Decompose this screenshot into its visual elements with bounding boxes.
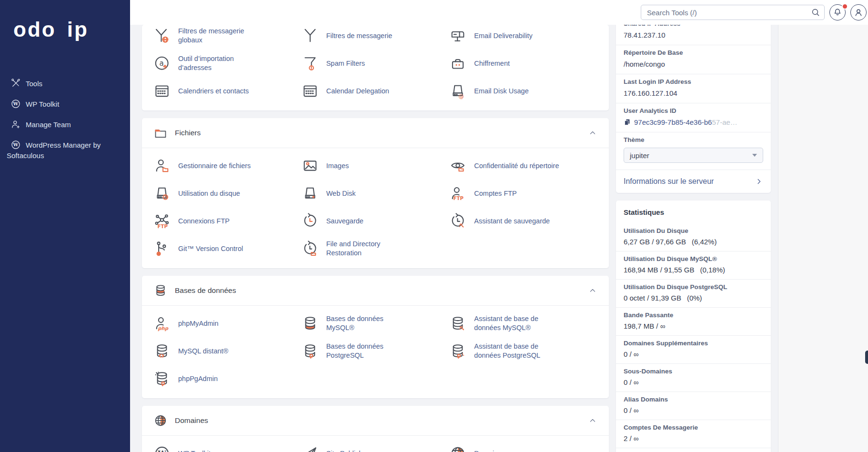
stat-row-utilisation-du-disque-mysql: Utilisation Du Disque MySQL®168,94 MB / … bbox=[616, 251, 771, 280]
email-tools-grid: Filtres de messagerie globauxFiltres de … bbox=[142, 25, 609, 110]
tool-label: Web Disk bbox=[326, 189, 356, 198]
tool-outil-d-importation-d-adresses[interactable]: aOutil d’importation d’adresses bbox=[153, 50, 302, 77]
stat-value-percent: (0,18%) bbox=[700, 266, 725, 274]
sidebar: odo ip ToolsWWP ToolkitManage TeamWWordP… bbox=[0, 0, 130, 452]
stat-value: 6,27 GB / 97,66 GB(6,42%) bbox=[624, 237, 763, 247]
stat-value-amount: 0 / ∞ bbox=[624, 406, 639, 414]
tool-bases-de-donn-es-mysql[interactable]: Bases de données MySQL® bbox=[302, 310, 450, 337]
chevron-up-icon[interactable] bbox=[588, 416, 597, 425]
svg-text:FTP: FTP bbox=[158, 224, 168, 229]
tool-phpmyadmin[interactable]: phpphpMyAdmin bbox=[153, 310, 302, 337]
server-information-link[interactable]: Informations sur le serveur bbox=[616, 170, 771, 193]
sidebar-item-label: Tools bbox=[26, 80, 42, 88]
stat-value-amount: 198,7 MB / ∞ bbox=[624, 322, 665, 330]
user-icon bbox=[853, 7, 864, 18]
globe-icon bbox=[153, 413, 168, 428]
databases-tools-grid: phpphpMyAdminBases de données MySQL®Assi… bbox=[142, 306, 609, 398]
tool-phppgadmin[interactable]: phpPgAdmin bbox=[153, 365, 302, 392]
theme-select[interactable]: jupiter bbox=[624, 148, 763, 163]
feedback-tab[interactable] bbox=[865, 351, 868, 364]
tool-site-publisher[interactable]: Site Publisher bbox=[302, 440, 450, 452]
info-value: 176.160.127.104 bbox=[624, 89, 763, 98]
tool-label: Bases de données PostgreSQL bbox=[326, 342, 413, 360]
tool-assistant-de-sauvegarde[interactable]: Assistant de sauvegarde bbox=[449, 207, 597, 235]
tool-connexions-ftp[interactable]: FTPConnexions FTP bbox=[153, 207, 302, 235]
tool-images[interactable]: Images bbox=[302, 152, 450, 180]
tool-label: Git™ Version Control bbox=[178, 244, 243, 253]
tool-sauvegarde[interactable]: Sauvegarde bbox=[302, 207, 450, 235]
section-header-fichiers: Fichiers bbox=[142, 118, 609, 148]
chevron-up-icon[interactable] bbox=[588, 128, 597, 138]
statistics-card: Statistiques Utilisation Du Disque6,27 G… bbox=[616, 201, 771, 452]
copy-icon[interactable] bbox=[624, 119, 631, 126]
tool-label: Outil d’importation d’adresses bbox=[178, 54, 265, 72]
postgresql-databases-icon bbox=[302, 342, 319, 360]
tool-spam-filters[interactable]: Spam Filters bbox=[302, 50, 450, 77]
stat-value: 0 / ∞ bbox=[624, 406, 763, 415]
mail-filters-icon bbox=[302, 27, 319, 44]
sidebar-item-wp-toolkit[interactable]: WWP Toolkit bbox=[0, 94, 130, 114]
svg-text:W: W bbox=[157, 449, 166, 452]
encryption-icon bbox=[449, 55, 466, 72]
tool-comptes-ftp[interactable]: FTPComptes FTP bbox=[449, 180, 597, 207]
tool-mysql-distant[interactable]: MySQL distant® bbox=[153, 337, 302, 365]
stat-value-amount: 0 octet / 91,39 GB bbox=[624, 294, 681, 302]
tool-label: Filtres de messagerie bbox=[326, 31, 393, 40]
right-background-strip bbox=[778, 25, 868, 452]
images-icon bbox=[302, 157, 319, 174]
info-label: User Analytics ID bbox=[624, 107, 763, 115]
sidebar-item-tools[interactable]: Tools bbox=[0, 73, 130, 94]
info-label: Last Login IP Address bbox=[624, 78, 763, 86]
search-input[interactable] bbox=[641, 5, 825, 20]
user-menu-button[interactable] bbox=[850, 4, 867, 20]
stat-label: Utilisation Du Disque MySQL® bbox=[624, 255, 763, 263]
tool-git-version-control[interactable]: Git™ Version Control bbox=[153, 235, 302, 262]
database-icon bbox=[153, 283, 168, 298]
tool-confidentialit-du-r-pertoire[interactable]: Confidentialité du répertoire bbox=[449, 152, 597, 180]
site-publisher-icon bbox=[302, 445, 319, 452]
sidebar-menu: ToolsWWP ToolkitManage TeamWWordPress Ma… bbox=[0, 73, 130, 166]
section-title: Domaines bbox=[175, 416, 208, 425]
caret-down-icon bbox=[752, 154, 757, 157]
section-fichiers: Fichiers Gestionnaire de fichiersImagesC… bbox=[142, 118, 609, 268]
tool-label: Spam Filters bbox=[326, 59, 365, 68]
tool-utilisation-du-disque[interactable]: Utilisation du disque bbox=[153, 180, 302, 207]
tool-label: File and Directory Restoration bbox=[326, 240, 413, 258]
sidebar-item-label: WP Toolkit bbox=[26, 100, 59, 108]
tool-bases-de-donn-es-postgresql[interactable]: Bases de données PostgreSQL bbox=[302, 337, 450, 365]
stat-label: Utilisation Du Disque PostgreSQL bbox=[624, 283, 763, 291]
sidebar-item-manage-team[interactable]: Manage Team bbox=[0, 114, 130, 135]
search-icon[interactable] bbox=[811, 8, 820, 17]
tool-file-and-directory-restoration[interactable]: File and Directory Restoration bbox=[302, 235, 450, 262]
tool-gestionnaire-de-fichiers[interactable]: Gestionnaire de fichiers bbox=[153, 152, 302, 180]
domains-icon bbox=[449, 445, 466, 452]
tool-email-disk-usage[interactable]: @Email Disk Usage bbox=[449, 77, 597, 105]
tool-web-disk[interactable]: Web Disk bbox=[302, 180, 450, 207]
tool-assistant-de-base-de-donn-es-postgresql[interactable]: Assistant de base de données PostgreSQL bbox=[449, 337, 597, 365]
tool-filtres-de-messagerie[interactable]: Filtres de messagerie bbox=[302, 25, 450, 50]
main-content: Filtres de messagerie globauxFiltres de … bbox=[142, 25, 609, 452]
analytics-id-value-faded: 57-ae… bbox=[712, 118, 737, 126]
section-bases-de-donnees: Bases de données phpphpMyAdminBases de d… bbox=[142, 276, 609, 398]
stat-label: Utilisation Du Disque bbox=[624, 227, 763, 235]
stat-value: 198,7 MB / ∞ bbox=[624, 321, 763, 331]
tool-label: Assistant de sauvegarde bbox=[474, 217, 550, 226]
tool-assistant-de-base-de-donn-es-mysql[interactable]: Assistant de base de données MySQL® bbox=[449, 310, 597, 337]
tool-chiffrement[interactable]: Chiffrement bbox=[449, 50, 597, 77]
tool-label: Domaines bbox=[474, 449, 505, 452]
tool-email-deliverability[interactable]: Email Deliverability bbox=[449, 25, 597, 50]
svg-text:W: W bbox=[13, 142, 19, 147]
tool-calendriers-et-contacts[interactable]: Calendriers et contacts bbox=[153, 77, 302, 105]
remote-mysql-icon bbox=[153, 342, 171, 360]
chevron-up-icon[interactable] bbox=[588, 286, 597, 295]
disk-usage-icon bbox=[153, 185, 171, 202]
sidebar-item-wordpress-manager-by-softaculous[interactable]: WWordPress Manager by Softaculous bbox=[0, 135, 130, 166]
tool-calendar-delegation[interactable]: Calendar Delegation bbox=[302, 77, 450, 105]
tool-label: Sauvegarde bbox=[326, 217, 363, 226]
mysql-databases-icon bbox=[302, 315, 319, 332]
tool-wp-toolkit[interactable]: WWP Toolkit bbox=[153, 440, 302, 452]
tool-domaines[interactable]: Domaines bbox=[449, 440, 597, 452]
svg-text:W: W bbox=[13, 101, 19, 106]
stat-row-sous-domaines: Sous-Domaines0 / ∞ bbox=[616, 364, 771, 392]
tool-filtres-de-messagerie-globaux[interactable]: Filtres de messagerie globaux bbox=[153, 25, 302, 50]
